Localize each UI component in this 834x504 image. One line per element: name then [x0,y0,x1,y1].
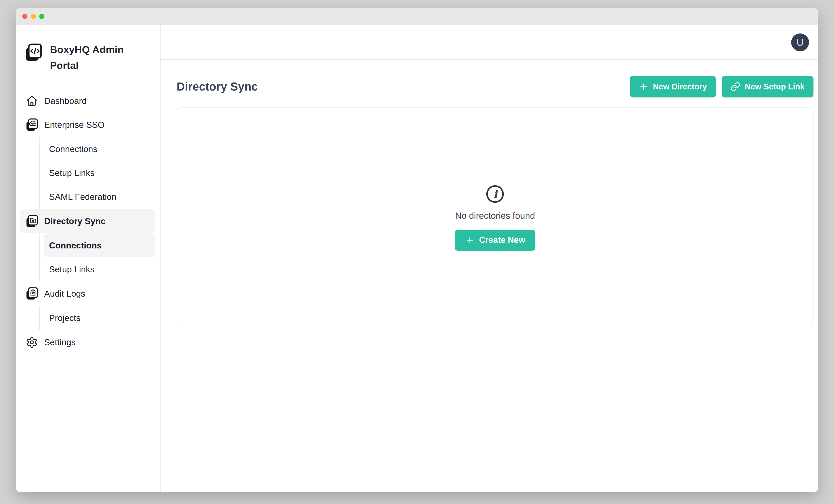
app-logo[interactable]: BoxyHQ Admin Portal [25,42,155,73]
sidebar-item-sso-connections[interactable]: Connections [44,137,155,161]
directories-empty-card: i No directories found Create New [177,108,813,327]
sidebar-item-label: Settings [44,337,75,347]
top-header: U [160,25,818,60]
clipboard-keycap-icon [26,287,38,300]
sidebar-item-label: Directory Sync [44,216,106,226]
info-icon: i [485,184,505,204]
code-keycap-icon [25,43,42,62]
sidebar-item-dsync-connections[interactable]: Connections [44,234,155,257]
home-icon [26,94,38,108]
audit-logs-subnav: Projects [39,306,155,330]
page-title: Directory Sync [177,80,258,93]
gear-icon [26,336,38,349]
plus-icon [639,82,649,92]
empty-state: i No directories found Create New [455,184,535,251]
sidebar-item-label: Connections [49,144,97,154]
plus-icon [465,235,475,245]
sidebar: BoxyHQ Admin Portal Dashboard [16,25,160,492]
link-icon [730,82,740,92]
sidebar-item-label: Dashboard [44,96,87,106]
sidebar-item-dashboard[interactable]: Dashboard [20,89,155,113]
sidebar-item-label: Enterprise SSO [44,120,105,130]
sidebar-item-sso-setup-links[interactable]: Setup Links [44,161,155,185]
window-titlebar [16,8,818,25]
main-content: Directory Sync New Directory [160,60,818,492]
enterprise-sso-subnav: Connections Setup Links SAML Federation [39,137,155,209]
new-setup-link-button[interactable]: New Setup Link [722,76,813,97]
sidebar-item-label: SAML Federation [49,192,116,202]
maximize-window-button[interactable] [39,14,44,19]
new-directory-button[interactable]: New Directory [630,76,716,97]
sidebar-item-saml-federation[interactable]: SAML Federation [44,185,155,209]
sidebar-item-label: Projects [49,313,81,323]
sidebar-item-settings[interactable]: Settings [20,330,155,354]
cloud-key-keycap-icon [26,118,38,131]
button-label: New Setup Link [745,82,805,91]
user-avatar[interactable]: U [791,34,809,51]
sidebar-nav: Dashboard Enterprise SSO [20,89,155,354]
button-label: Create New [479,235,525,245]
sidebar-item-label: Setup Links [49,264,94,274]
app-window: BoxyHQ Admin Portal Dashboard [16,8,818,492]
directory-sync-subnav: Connections Setup Links [39,234,155,281]
sidebar-item-label: Connections [49,241,102,250]
folder-sync-keycap-icon [26,215,38,228]
sidebar-item-label: Audit Logs [44,289,85,299]
sidebar-item-dsync-setup-links[interactable]: Setup Links [44,257,155,281]
empty-state-message: No directories found [455,211,535,221]
minimize-window-button[interactable] [31,14,36,19]
sidebar-item-directory-sync[interactable]: Directory Sync [20,209,155,233]
create-new-button[interactable]: Create New [455,230,535,251]
sidebar-item-label: Setup Links [49,168,94,178]
main-panel: U Directory Sync New Directory [160,25,818,492]
page-actions: New Directory New Setup Link [630,76,813,97]
window-body: BoxyHQ Admin Portal Dashboard [16,25,818,492]
svg-text:i: i [493,188,498,200]
sidebar-item-audit-logs[interactable]: Audit Logs [20,282,155,306]
sidebar-item-enterprise-sso[interactable]: Enterprise SSO [20,113,155,137]
close-window-button[interactable] [22,14,27,19]
app-title: BoxyHQ Admin Portal [50,42,128,73]
page-toolbar: Directory Sync New Directory [177,76,813,97]
button-label: New Directory [653,82,707,91]
sidebar-item-projects[interactable]: Projects [44,306,155,330]
